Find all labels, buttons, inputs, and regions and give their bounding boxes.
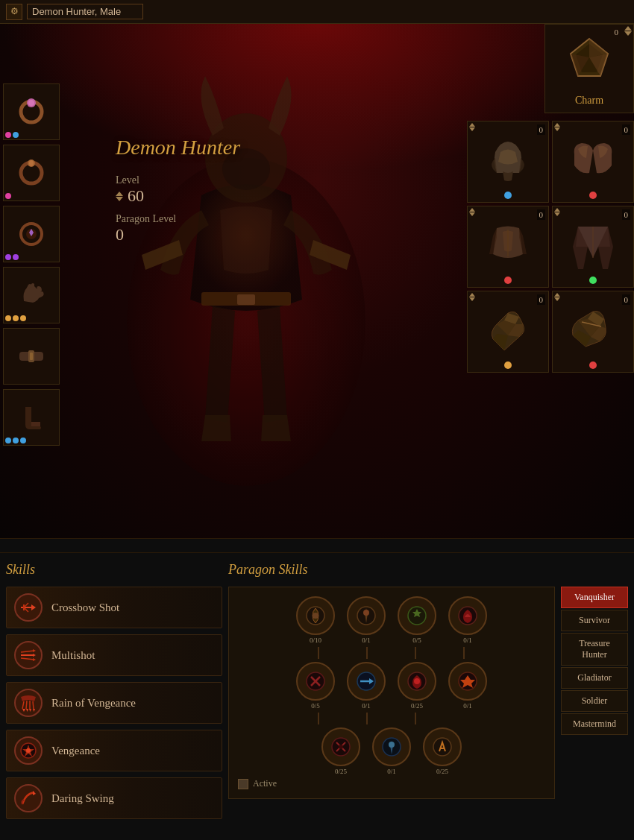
slot-ring2[interactable] — [3, 145, 60, 201]
svg-marker-40 — [33, 709, 35, 712]
pants-down-arrow[interactable] — [554, 212, 560, 216]
shoulders-down-arrow[interactable] — [554, 127, 560, 131]
tab-vanquisher[interactable]: Vanquisher — [561, 587, 628, 608]
tab-treasure-hunter[interactable]: Treasure Hunter — [561, 633, 628, 666]
charm-slot[interactable]: 0 Charm — [544, 24, 634, 113]
gem — [5, 193, 11, 199]
top-bar: ⚙ Demon Hunter, Male Barbarian, Male Nec… — [0, 0, 634, 24]
skill-daring-swing[interactable]: Daring Swing — [6, 777, 222, 819]
svg-rect-16 — [30, 353, 33, 360]
slot-pants[interactable]: 0 — [552, 206, 634, 288]
mainhand-arrows[interactable] — [469, 293, 475, 301]
level-down-arrow[interactable] — [116, 197, 123, 201]
level-number: 60 — [128, 186, 144, 206]
offhand-down-arrow[interactable] — [554, 297, 560, 301]
shoulders-arrows[interactable] — [554, 123, 560, 131]
skill-multishot[interactable]: Multishot — [6, 634, 222, 676]
helm-down-arrow[interactable] — [469, 127, 475, 131]
charm-down-arrow[interactable] — [624, 31, 632, 36]
chest-up-arrow[interactable] — [469, 208, 475, 212]
slot-chest[interactable]: 0 — [467, 206, 549, 288]
paragon-node-1[interactable]: 0/10 — [296, 596, 335, 635]
slot-offhand[interactable]: 0 — [552, 291, 634, 373]
charm-arrows[interactable] — [624, 26, 632, 36]
gem — [5, 438, 11, 443]
tab-survivor[interactable]: Survivor — [561, 610, 628, 631]
svg-point-46 — [363, 610, 369, 616]
slot-amulet[interactable] — [3, 206, 60, 262]
slot-mainhand[interactable]: 0 — [467, 291, 549, 373]
paragon-row-3: 0/25 0/1 — [238, 727, 545, 766]
helm-gem — [504, 192, 512, 199]
paragon-node-11[interactable]: 0/25 — [423, 727, 462, 766]
helm-arrows[interactable] — [469, 123, 475, 131]
paragon-node-4[interactable]: 0/1 — [448, 596, 487, 635]
charm-up-arrow[interactable] — [624, 26, 632, 31]
tab-soldier[interactable]: Soldier — [561, 690, 628, 712]
crossbow-shot-label: Crossbow Shot — [51, 601, 119, 614]
node-9-label: 0/25 — [335, 768, 347, 775]
slot-helm[interactable]: 0 — [467, 121, 549, 203]
gem — [504, 361, 512, 369]
node-7-label: 0/25 — [411, 702, 423, 710]
tab-mastermind[interactable]: Mastermind — [561, 713, 628, 735]
svg-rect-4 — [237, 294, 255, 305]
level-label: Level — [116, 174, 240, 186]
node-6-label: 0/1 — [362, 702, 371, 710]
helm-up-arrow[interactable] — [469, 123, 475, 127]
slot-ring1[interactable] — [3, 83, 60, 140]
level-arrows[interactable] — [116, 192, 123, 201]
paragon-row-2: 0/5 0/1 — [238, 662, 545, 701]
pants-up-arrow[interactable] — [554, 208, 560, 212]
offhand-up-arrow[interactable] — [554, 293, 560, 297]
gem — [20, 315, 26, 321]
skill-vengeance[interactable]: Vengeance — [6, 730, 222, 771]
paragon-tabs: Vanquisher Survivor Treasure Hunter Glad… — [561, 587, 628, 799]
daring-swing-label: Daring Swing — [51, 792, 114, 805]
skill-crossbow-shot[interactable]: Crossbow Shot — [6, 587, 222, 628]
paragon-node-2[interactable]: 0/1 — [347, 596, 386, 635]
paragon-column: Paragon Skills 0/10 — [228, 562, 628, 825]
charm-count: 0 — [615, 28, 619, 37]
slot-shoulders[interactable]: 0 — [552, 121, 634, 203]
equipment-left — [0, 83, 60, 446]
paragon-node-3[interactable]: 0/5 — [398, 596, 436, 635]
amulet-icon — [13, 215, 50, 253]
offhand-arrows[interactable] — [554, 293, 560, 301]
character-name: Demon Hunter — [116, 136, 240, 160]
slot-belt[interactable] — [3, 328, 60, 385]
svg-point-7 — [28, 100, 34, 106]
chest-down-arrow[interactable] — [469, 212, 475, 216]
paragon-node-5[interactable]: 0/5 — [296, 662, 335, 701]
paragon-node-7[interactable]: 0/25 — [398, 662, 436, 701]
node-5-label: 0/5 — [311, 702, 320, 710]
charm-label: Charm — [545, 95, 633, 107]
slot-gloves[interactable] — [3, 267, 60, 323]
paragon-node-10[interactable]: 0/1 — [372, 727, 411, 766]
paragon-node-6[interactable]: 0/1 — [347, 662, 386, 701]
settings-icon[interactable]: ⚙ — [6, 4, 22, 20]
tab-gladiator[interactable]: Gladiator — [561, 667, 628, 689]
bottom-layout: Skills Crossbow Shot — [6, 562, 628, 825]
chest-arrows[interactable] — [469, 208, 475, 216]
shoulders-gem — [589, 192, 597, 199]
paragon-node-8[interactable]: 0/1 — [448, 662, 487, 701]
ring2-icon — [13, 154, 50, 192]
belt-icon — [13, 338, 50, 375]
active-checkbox[interactable] — [238, 779, 248, 789]
paragon-node-9[interactable]: 0/25 — [321, 727, 360, 766]
character-select[interactable]: Demon Hunter, Male Barbarian, Male Necro… — [27, 4, 143, 19]
skill-rain-of-vengeance[interactable]: Rain of Vengeance — [6, 682, 222, 724]
pants-arrows[interactable] — [554, 208, 560, 216]
mainhand-down-arrow[interactable] — [469, 297, 475, 301]
svg-line-29 — [21, 658, 34, 660]
mainhand-up-arrow[interactable] — [469, 293, 475, 297]
shoulders-up-arrow[interactable] — [554, 123, 560, 127]
level-up-arrow[interactable] — [116, 192, 123, 196]
gem — [589, 277, 597, 284]
chest-gem — [504, 277, 512, 284]
slot-boots[interactable] — [3, 389, 60, 446]
gem — [20, 438, 26, 443]
pants-gem — [589, 277, 597, 284]
shoulders-count: 0 — [622, 124, 631, 135]
